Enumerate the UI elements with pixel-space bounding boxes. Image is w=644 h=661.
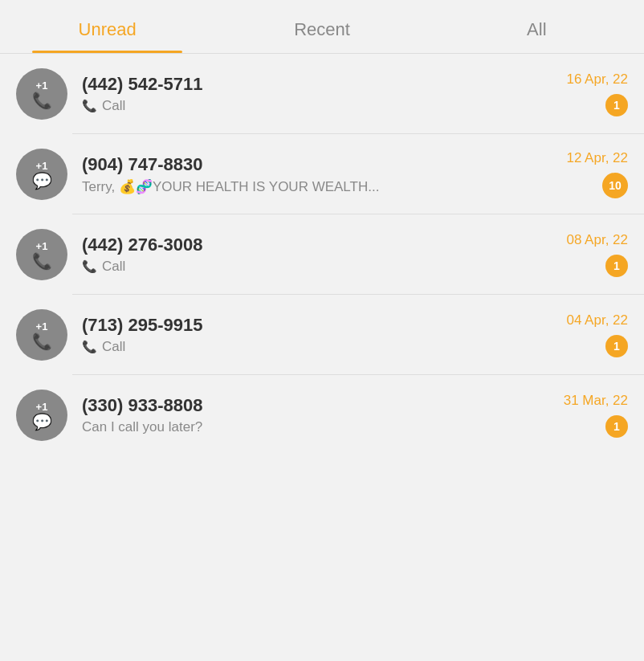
list-item[interactable]: +1📞(442) 276-3008📞Call08 Apr, 221 xyxy=(0,214,644,295)
item-date: 04 Apr, 22 xyxy=(566,312,628,328)
item-subtext: Can I call you later? xyxy=(82,419,419,435)
phone-icon: 📞 xyxy=(32,253,52,269)
list-item[interactable]: +1💬(904) 747-8830Terry, 💰🧬YOUR HEALTH IS… xyxy=(0,134,644,214)
country-code: +1 xyxy=(36,241,48,251)
list-item[interactable]: +1💬(330) 933-8808Can I call you later?31… xyxy=(0,375,644,455)
phone-number: (904) 747-8830 xyxy=(82,154,556,175)
phone-number: (330) 933-8808 xyxy=(82,395,554,416)
avatar: +1💬 xyxy=(16,149,67,200)
country-code: +1 xyxy=(36,161,48,171)
unread-badge: 1 xyxy=(605,94,628,116)
unread-badge: 1 xyxy=(605,255,628,277)
phone-icon: 📞 xyxy=(32,92,52,108)
avatar: +1📞 xyxy=(16,68,67,120)
item-subtext: 📞Call xyxy=(82,339,556,355)
phone-number: (713) 295-9915 xyxy=(82,315,556,336)
item-date: 08 Apr, 22 xyxy=(566,232,628,248)
unread-badge: 1 xyxy=(605,335,628,357)
avatar: +1💬 xyxy=(16,390,67,441)
avatar: +1📞 xyxy=(16,309,67,361)
contact-list: +1📞(442) 542-5711📞Call16 Apr, 221+1💬(904… xyxy=(0,54,644,455)
call-icon: 📞 xyxy=(82,99,97,113)
country-code: +1 xyxy=(36,402,48,412)
phone-number: (442) 542-5711 xyxy=(82,74,556,95)
message-icon: 💬 xyxy=(32,173,52,189)
call-icon: 📞 xyxy=(82,259,97,274)
list-item[interactable]: +1📞(442) 542-5711📞Call16 Apr, 221 xyxy=(0,54,644,134)
item-date: 16 Apr, 22 xyxy=(566,71,628,88)
message-icon: 💬 xyxy=(32,414,52,430)
item-subtext: 📞Call xyxy=(82,98,556,114)
tabs-container: Unread Recent All xyxy=(0,0,644,54)
tab-unread[interactable]: Unread xyxy=(0,0,214,53)
item-subtext: Terry, 💰🧬YOUR HEALTH IS YOUR WEALTH... xyxy=(82,178,419,195)
country-code: +1 xyxy=(36,80,48,91)
unread-badge: 10 xyxy=(602,173,628,198)
item-date: 12 Apr, 22 xyxy=(566,150,628,166)
phone-icon: 📞 xyxy=(32,333,52,349)
call-icon: 📞 xyxy=(82,340,97,354)
list-item[interactable]: +1📞(713) 295-9915📞Call04 Apr, 221 xyxy=(0,295,644,375)
item-subtext: 📞Call xyxy=(82,259,556,275)
phone-number: (442) 276-3008 xyxy=(82,235,556,255)
item-date: 31 Mar, 22 xyxy=(564,393,628,409)
avatar: +1📞 xyxy=(16,229,67,280)
tab-all[interactable]: All xyxy=(430,0,644,53)
tab-recent[interactable]: Recent xyxy=(214,0,429,53)
country-code: +1 xyxy=(36,321,48,332)
unread-badge: 1 xyxy=(605,415,628,438)
